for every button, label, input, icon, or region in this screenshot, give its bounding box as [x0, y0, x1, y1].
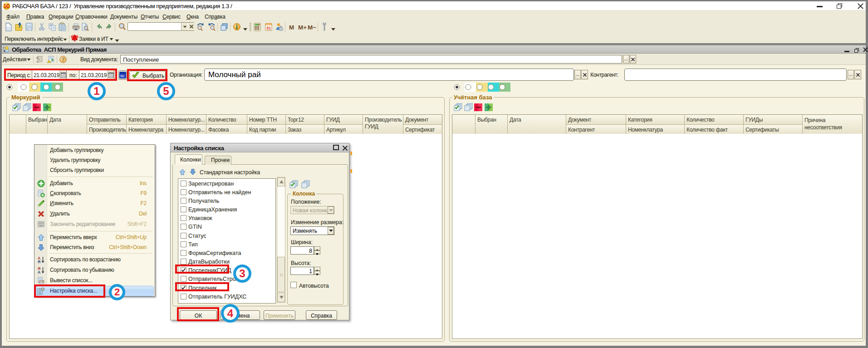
- svg-text:1С: 1С: [4, 4, 10, 9]
- svg-text:А: А: [38, 270, 40, 274]
- svg-text:?: ?: [62, 57, 65, 62]
- svg-text:31: 31: [266, 26, 271, 30]
- svg-text:док: док: [39, 224, 43, 227]
- svg-text:Я: Я: [38, 260, 40, 264]
